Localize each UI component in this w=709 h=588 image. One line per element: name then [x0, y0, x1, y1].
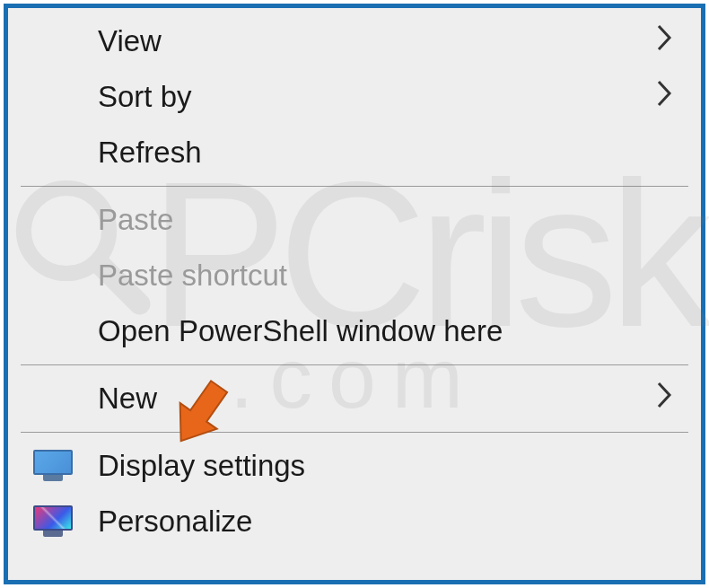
menu-label: Refresh: [98, 136, 683, 170]
menu-separator: [21, 432, 688, 433]
menu-item-personalize[interactable]: Personalize: [8, 494, 701, 549]
menu-separator: [21, 186, 688, 187]
menu-item-paste-shortcut: Paste shortcut: [8, 248, 701, 303]
menu-item-refresh[interactable]: Refresh: [8, 125, 701, 180]
chevron-right-icon: [654, 381, 676, 417]
chevron-right-icon: [654, 23, 676, 59]
menu-item-view[interactable]: View: [8, 13, 701, 69]
menu-label: Paste shortcut: [98, 259, 683, 293]
menu-label: View: [98, 24, 654, 58]
menu-label: Paste: [98, 203, 683, 237]
personalize-icon: [33, 505, 73, 538]
menu-label: Display settings: [98, 449, 683, 483]
monitor-icon: [33, 450, 73, 482]
desktop-context-menu: PCrisk .com View Sort by Refresh Paste P…: [4, 4, 705, 584]
menu-item-display-settings[interactable]: Display settings: [8, 438, 701, 494]
menu-item-open-powershell[interactable]: Open PowerShell window here: [8, 303, 701, 359]
menu-label: Personalize: [98, 505, 683, 539]
menu-label: Sort by: [98, 80, 654, 114]
menu-item-new[interactable]: New: [8, 371, 701, 426]
menu-item-sort-by[interactable]: Sort by: [8, 69, 701, 125]
menu-label: Open PowerShell window here: [98, 314, 683, 348]
menu-separator: [21, 364, 688, 365]
menu-item-paste: Paste: [8, 192, 701, 248]
menu-label: New: [98, 382, 654, 416]
chevron-right-icon: [654, 79, 676, 115]
